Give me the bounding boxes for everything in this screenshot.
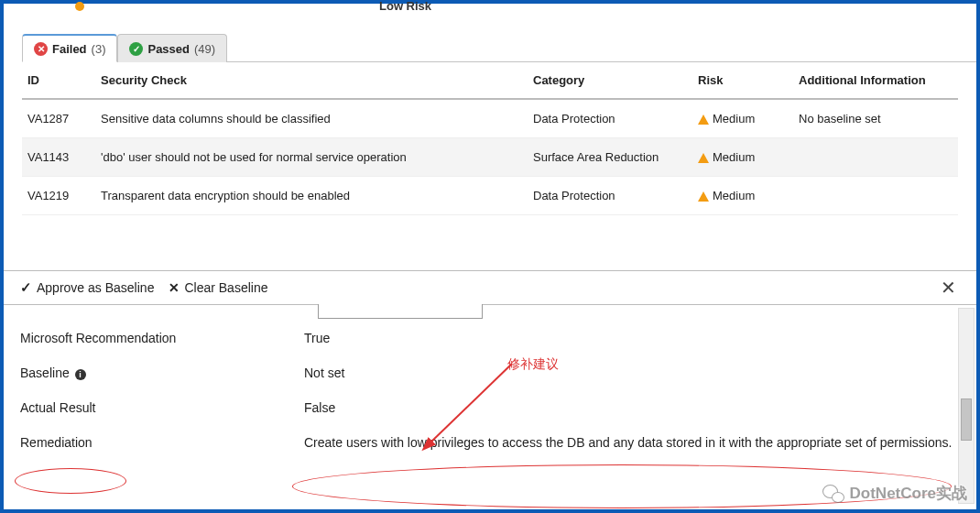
ms-rec-label: Microsoft Recommendation bbox=[20, 331, 304, 345]
scrollbar[interactable] bbox=[958, 308, 975, 504]
low-risk-label: Low Risk bbox=[379, 0, 431, 13]
result-tabs: ✕ Failed (3) ✓ Passed (49) bbox=[22, 33, 976, 62]
remediation-value: Create users with low privileges to acce… bbox=[304, 435, 960, 450]
cell-check: Transparent data encryption should be en… bbox=[95, 177, 528, 215]
cell-risk: Medium bbox=[692, 99, 793, 138]
tab-failed-label: Failed bbox=[52, 42, 87, 56]
findings-table: ID Security Check Category Risk Addition… bbox=[22, 62, 958, 215]
scrollbar-thumb[interactable] bbox=[961, 398, 972, 441]
check-icon bbox=[20, 279, 32, 296]
clear-label: Clear Baseline bbox=[184, 280, 267, 295]
failed-icon: ✕ bbox=[34, 42, 48, 56]
top-cropped-fragment: Low Risk bbox=[4, 4, 976, 11]
cell-check: 'dbo' user should not be used for normal… bbox=[95, 138, 528, 177]
cell-id: VA1219 bbox=[22, 177, 95, 215]
baseline-label: Baseline i bbox=[20, 366, 304, 380]
annotation-circle-value bbox=[292, 464, 952, 508]
cell-category: Surface Area Reduction bbox=[528, 138, 692, 177]
warning-icon bbox=[698, 191, 709, 202]
cell-check: Sensitive data columns should be classif… bbox=[95, 99, 528, 138]
col-additional[interactable]: Additional Information bbox=[793, 62, 958, 99]
table-row[interactable]: VA1287 Sensitive data columns should be … bbox=[22, 99, 958, 138]
baseline-value: Not set bbox=[304, 366, 960, 380]
warning-icon bbox=[698, 115, 709, 125]
clear-baseline-button[interactable]: Clear Baseline bbox=[169, 280, 267, 295]
col-risk[interactable]: Risk bbox=[692, 62, 793, 99]
tab-passed-label: Passed bbox=[147, 42, 190, 56]
col-category[interactable]: Category bbox=[528, 62, 692, 99]
col-id[interactable]: ID bbox=[22, 62, 95, 99]
cell-risk: Medium bbox=[692, 177, 793, 215]
annotation-circle-label bbox=[15, 468, 126, 494]
cell-category: Data Protection bbox=[528, 177, 692, 215]
info-icon[interactable]: i bbox=[75, 369, 86, 380]
approve-label: Approve as Baseline bbox=[37, 280, 154, 295]
cell-risk: Medium bbox=[692, 138, 793, 177]
table-row[interactable]: VA1143 'dbo' user should not be used for… bbox=[22, 138, 958, 177]
annotation-text: 修补建议 bbox=[507, 356, 559, 373]
cell-additional bbox=[793, 177, 958, 215]
remediation-label: Remediation bbox=[20, 435, 304, 450]
clear-icon bbox=[169, 280, 180, 295]
cell-category: Data Protection bbox=[528, 99, 692, 138]
passed-icon: ✓ bbox=[129, 42, 143, 56]
risk-dot-orange bbox=[75, 2, 84, 11]
findings-table-wrap: ID Security Check Category Risk Addition… bbox=[22, 62, 958, 215]
app-window: Low Risk ✕ Failed (3) ✓ Passed (49) ID S… bbox=[0, 0, 980, 513]
detail-row-baseline: Baseline i Not set bbox=[20, 366, 960, 380]
tab-passed-count: (49) bbox=[194, 42, 215, 56]
close-details-button[interactable]: ✕ bbox=[937, 278, 960, 297]
cell-id: VA1143 bbox=[22, 138, 95, 177]
details-toolbar: Approve as Baseline Clear Baseline ✕ bbox=[4, 270, 976, 305]
table-header-row: ID Security Check Category Risk Addition… bbox=[22, 62, 958, 99]
ms-rec-value: True bbox=[304, 331, 960, 345]
tab-failed-count: (3) bbox=[92, 42, 106, 56]
warning-icon bbox=[698, 153, 709, 163]
actual-label: Actual Result bbox=[20, 400, 304, 415]
tab-failed[interactable]: ✕ Failed (3) bbox=[22, 34, 117, 62]
detail-row-remediation: Remediation Create users with low privil… bbox=[20, 435, 960, 450]
tab-passed[interactable]: ✓ Passed (49) bbox=[117, 34, 227, 62]
cell-additional: No baseline set bbox=[793, 99, 958, 138]
details-panel: Microsoft Recommendation True Baseline i… bbox=[4, 305, 976, 511]
cell-id: VA1287 bbox=[22, 99, 95, 138]
cell-additional bbox=[793, 138, 958, 177]
col-check[interactable]: Security Check bbox=[95, 62, 528, 99]
detail-row-ms-rec: Microsoft Recommendation True bbox=[20, 331, 960, 345]
detail-row-actual: Actual Result False bbox=[20, 400, 960, 415]
actual-value: False bbox=[304, 400, 960, 415]
approve-baseline-button[interactable]: Approve as Baseline bbox=[20, 279, 154, 296]
table-row[interactable]: VA1219 Transparent data encryption shoul… bbox=[22, 177, 958, 215]
